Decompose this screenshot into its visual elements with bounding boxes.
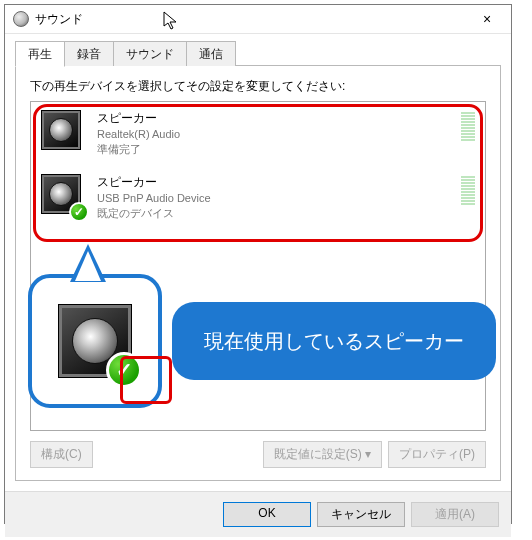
instruction-text: 下の再生デバイスを選択してその設定を変更してください: [30,78,486,95]
configure-button[interactable]: 構成(C) [30,441,93,468]
device-driver: Realtek(R) Audio [97,127,455,142]
device-row[interactable]: ✓ スピーカー USB PnP Audio Device 既定のデバイス [31,166,485,230]
device-info: スピーカー USB PnP Audio Device 既定のデバイス [97,174,455,222]
level-meter-icon [461,112,475,141]
tab-recording[interactable]: 録音 [64,41,114,66]
window-title: サウンド [35,11,83,28]
panel-buttons: 構成(C) 既定値に設定(S) ▾ プロパティ(P) [30,441,486,468]
cursor-icon [163,11,179,31]
device-name: スピーカー [97,174,455,191]
set-default-button[interactable]: 既定値に設定(S) ▾ [263,441,382,468]
device-icon [41,110,85,154]
device-driver: USB PnP Audio Device [97,191,455,206]
checkmark-large-icon: ✓ [106,352,142,388]
device-status: 既定のデバイス [97,206,455,221]
annotation-callout: ✓ [28,274,162,408]
close-icon: × [483,11,491,27]
annotation-label: 現在使用しているスピーカー [172,302,496,380]
ok-button[interactable]: OK [223,502,311,527]
tab-playback[interactable]: 再生 [15,41,65,67]
device-info: スピーカー Realtek(R) Audio 準備完了 [97,110,455,158]
speaker-large-icon: ✓ [58,304,132,378]
device-icon: ✓ [41,174,85,218]
level-meter-icon [461,176,475,205]
chevron-down-icon: ▾ [365,447,371,461]
dialog-button-row: OK キャンセル 適用(A) [5,491,511,537]
tab-communication[interactable]: 通信 [186,41,236,66]
cancel-button[interactable]: キャンセル [317,502,405,527]
tab-sound[interactable]: サウンド [113,41,187,66]
tab-strip: 再生 録音 サウンド 通信 [15,40,501,66]
apply-button[interactable]: 適用(A) [411,502,499,527]
checkmark-icon: ✓ [69,202,89,222]
device-row[interactable]: スピーカー Realtek(R) Audio 準備完了 [31,102,485,166]
device-name: スピーカー [97,110,455,127]
properties-button[interactable]: プロパティ(P) [388,441,486,468]
speaker-icon [41,110,81,150]
titlebar: サウンド × [5,5,511,34]
device-status: 準備完了 [97,142,455,157]
sound-icon [13,11,29,27]
close-button[interactable]: × [465,5,509,33]
